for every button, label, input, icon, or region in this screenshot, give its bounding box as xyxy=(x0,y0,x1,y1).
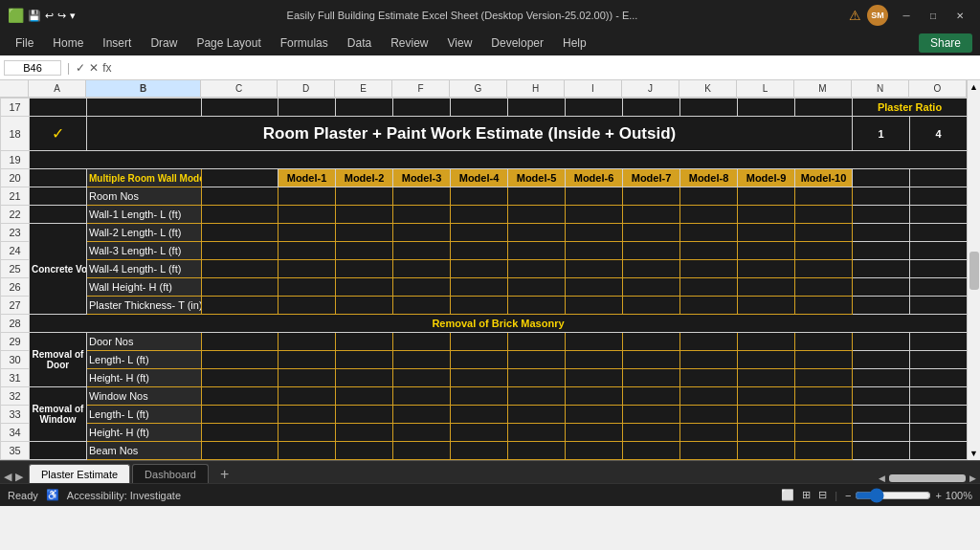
cell-d22[interactable] xyxy=(278,206,336,224)
cell-a17[interactable] xyxy=(30,99,87,117)
cell-a18[interactable]: ✓ xyxy=(30,117,87,151)
menu-review[interactable]: Review xyxy=(383,34,435,52)
cell-c21[interactable] xyxy=(202,187,278,206)
cell-c26[interactable] xyxy=(202,278,278,297)
cell-c25[interactable] xyxy=(202,260,278,278)
cell-g30[interactable] xyxy=(451,351,508,369)
add-sheet-button[interactable]: + xyxy=(214,466,234,483)
cell-k27[interactable] xyxy=(680,297,738,315)
cell-m34[interactable] xyxy=(795,424,853,442)
scroll-down-icon[interactable]: ▼ xyxy=(969,449,978,458)
cell-k31[interactable] xyxy=(680,369,738,387)
zoom-in-icon[interactable]: + xyxy=(935,490,941,501)
cell-g22[interactable] xyxy=(451,206,508,224)
cell-k25[interactable] xyxy=(680,260,738,278)
cell-c31[interactable] xyxy=(202,369,278,387)
cell-m26[interactable] xyxy=(795,278,853,297)
cell-i25[interactable] xyxy=(566,260,623,278)
cell-h34[interactable] xyxy=(508,424,566,442)
cell-f17[interactable] xyxy=(393,99,451,117)
menu-formulas[interactable]: Formulas xyxy=(273,34,336,52)
vertical-scrollbar-thumb[interactable] xyxy=(969,252,979,290)
cell-h26[interactable] xyxy=(508,278,566,297)
cell-f31[interactable] xyxy=(393,369,451,387)
cell-j22[interactable] xyxy=(623,206,680,224)
cell-h32[interactable] xyxy=(508,387,566,406)
menu-file[interactable]: File xyxy=(8,34,41,52)
cell-i33[interactable] xyxy=(566,406,623,424)
cell-c30[interactable] xyxy=(202,351,278,369)
cell-i23[interactable] xyxy=(566,224,623,242)
cell-e25[interactable] xyxy=(336,260,393,278)
cell-f27[interactable] xyxy=(393,297,451,315)
cell-i21[interactable] xyxy=(566,187,623,206)
menu-home[interactable]: Home xyxy=(45,34,91,52)
cell-g17[interactable] xyxy=(451,99,508,117)
cell-k17[interactable] xyxy=(680,99,738,117)
cell-d25[interactable] xyxy=(278,260,336,278)
col-b[interactable]: B xyxy=(86,80,201,97)
cell-d32[interactable] xyxy=(278,387,336,406)
cell-m22[interactable] xyxy=(795,206,853,224)
cell-l22[interactable] xyxy=(738,206,795,224)
cell-j24[interactable] xyxy=(623,242,680,260)
scroll-up-icon[interactable]: ▲ xyxy=(969,82,978,92)
cell-i27[interactable] xyxy=(566,297,623,315)
cell-l35[interactable] xyxy=(738,442,795,460)
cell-f23[interactable] xyxy=(393,224,451,242)
minimize-button[interactable]: ─ xyxy=(894,6,919,25)
cell-k30[interactable] xyxy=(680,351,738,369)
formula-input[interactable] xyxy=(115,61,976,75)
tab-plaster-estimate[interactable]: Plaster Estimate xyxy=(29,464,130,483)
horizontal-scrollbar-thumb[interactable] xyxy=(889,474,966,482)
cell-h27[interactable] xyxy=(508,297,566,315)
menu-view[interactable]: View xyxy=(440,34,480,52)
insert-function-icon[interactable]: fx xyxy=(102,61,111,75)
cell-l24[interactable] xyxy=(738,242,795,260)
col-k[interactable]: K xyxy=(679,80,737,97)
cell-i30[interactable] xyxy=(566,351,623,369)
cell-l25[interactable] xyxy=(738,260,795,278)
cell-k22[interactable] xyxy=(680,206,738,224)
cell-e30[interactable] xyxy=(336,351,393,369)
cell-j33[interactable] xyxy=(623,406,680,424)
cell-k35[interactable] xyxy=(680,442,738,460)
cell-d29[interactable] xyxy=(278,333,336,351)
cell-k34[interactable] xyxy=(680,424,738,442)
cell-j21[interactable] xyxy=(623,187,680,206)
cell-d23[interactable] xyxy=(278,224,336,242)
cell-n17[interactable]: Plaster Ratio xyxy=(853,99,968,117)
col-a[interactable]: A xyxy=(29,80,86,97)
hscroll-left-icon[interactable]: ◀ xyxy=(879,473,885,483)
cell-g25[interactable] xyxy=(451,260,508,278)
cell-d31[interactable] xyxy=(278,369,336,387)
cell-h29[interactable] xyxy=(508,333,566,351)
cell-c27[interactable] xyxy=(202,297,278,315)
cell-g31[interactable] xyxy=(451,369,508,387)
cell-j17[interactable] xyxy=(623,99,680,117)
col-o[interactable]: O xyxy=(909,80,967,97)
cell-k23[interactable] xyxy=(680,224,738,242)
prev-sheet-icon[interactable]: ◀ xyxy=(4,471,11,483)
cell-g34[interactable] xyxy=(451,424,508,442)
cell-m17[interactable] xyxy=(795,99,853,117)
cell-h35[interactable] xyxy=(508,442,566,460)
cell-h24[interactable] xyxy=(508,242,566,260)
cell-e23[interactable] xyxy=(336,224,393,242)
cell-n18[interactable]: 1 xyxy=(853,117,910,151)
user-badge[interactable]: SM xyxy=(867,5,888,26)
cell-i24[interactable] xyxy=(566,242,623,260)
cell-m30[interactable] xyxy=(795,351,853,369)
cell-e34[interactable] xyxy=(336,424,393,442)
cell-g29[interactable] xyxy=(451,333,508,351)
cell-k21[interactable] xyxy=(680,187,738,206)
cell-c33[interactable] xyxy=(202,406,278,424)
cell-f26[interactable] xyxy=(393,278,451,297)
menu-page-layout[interactable]: Page Layout xyxy=(189,34,268,52)
cell-b17[interactable] xyxy=(87,99,202,117)
cell-h17[interactable] xyxy=(508,99,566,117)
menu-data[interactable]: Data xyxy=(340,34,379,52)
zoom-slider[interactable] xyxy=(855,488,931,503)
cell-e17[interactable] xyxy=(336,99,393,117)
col-g[interactable]: G xyxy=(450,80,507,97)
